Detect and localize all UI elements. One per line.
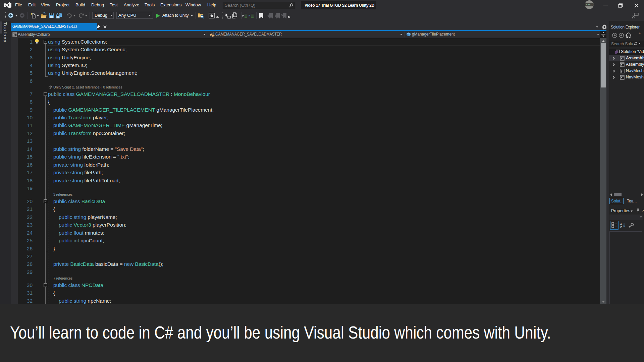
svg-text:Z: Z (620, 226, 622, 228)
svg-text:A: A (620, 223, 622, 226)
